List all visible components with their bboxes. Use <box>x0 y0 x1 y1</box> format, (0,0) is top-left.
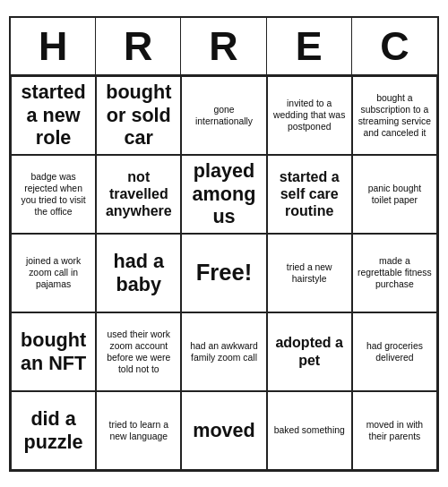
bingo-cell-11[interactable]: had a baby <box>96 234 181 312</box>
header-letter-e-3: E <box>267 18 352 74</box>
bingo-cell-9[interactable]: panic bought toilet paper <box>352 155 437 234</box>
bingo-cell-10[interactable]: joined a work zoom call in pajamas <box>11 234 96 312</box>
bingo-cell-5[interactable]: badge was rejected when you tried to vis… <box>11 155 96 234</box>
header-letter-r-1: R <box>96 18 181 74</box>
bingo-cell-19[interactable]: had groceries delivered <box>352 312 437 391</box>
bingo-cell-17[interactable]: had an awkward family zoom call <box>181 312 266 391</box>
bingo-cell-3[interactable]: invited to a wedding that was postponed <box>267 76 352 155</box>
bingo-header: HRREC <box>11 18 437 76</box>
bingo-card: HRREC started a new rolebought or sold c… <box>9 16 439 472</box>
bingo-cell-15[interactable]: bought an NFT <box>11 312 96 391</box>
bingo-cell-4[interactable]: bought a subscription to a streaming ser… <box>352 76 437 155</box>
bingo-cell-7[interactable]: played among us <box>181 155 266 234</box>
bingo-cell-20[interactable]: did a puzzle <box>11 391 96 470</box>
bingo-cell-0[interactable]: started a new role <box>11 76 96 155</box>
bingo-cell-18[interactable]: adopted a pet <box>267 312 352 391</box>
bingo-cell-6[interactable]: not travelled anywhere <box>96 155 181 234</box>
bingo-cell-1[interactable]: bought or sold car <box>96 76 181 155</box>
bingo-cell-14[interactable]: made a regrettable fitness purchase <box>352 234 437 312</box>
header-letter-h-0: H <box>11 18 96 74</box>
bingo-cell-12[interactable]: Free! <box>181 234 266 312</box>
header-letter-r-2: R <box>181 18 266 74</box>
bingo-cell-22[interactable]: moved <box>181 391 266 470</box>
bingo-cell-2[interactable]: gone internationally <box>181 76 266 155</box>
bingo-cell-16[interactable]: used their work zoom account before we w… <box>96 312 181 391</box>
bingo-cell-8[interactable]: started a self care routine <box>267 155 352 234</box>
bingo-cell-24[interactable]: moved in with their parents <box>352 391 437 470</box>
header-letter-c-4: C <box>352 18 437 74</box>
bingo-cell-13[interactable]: tried a new hairstyle <box>267 234 352 312</box>
bingo-grid: started a new rolebought or sold cargone… <box>11 76 437 470</box>
bingo-cell-23[interactable]: baked something <box>267 391 352 470</box>
bingo-cell-21[interactable]: tried to learn a new language <box>96 391 181 470</box>
